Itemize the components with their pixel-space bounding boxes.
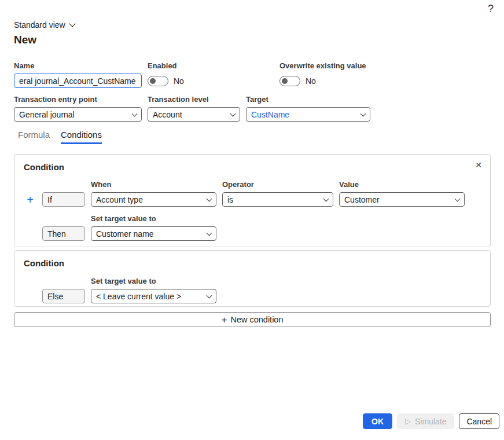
play-icon: ▷ xyxy=(405,417,411,425)
keyword-if: If xyxy=(42,192,85,207)
when-label: When xyxy=(91,180,216,189)
keyword-else: Else xyxy=(42,289,85,303)
form-row-1: Name Enabled No Overwrite existing value… xyxy=(14,61,366,88)
value-label: Value xyxy=(339,180,465,189)
set-target-value: Customer name xyxy=(96,229,154,239)
tab-bar: Formula Conditions xyxy=(18,130,102,144)
level-field-group: Transaction level Account xyxy=(148,95,240,122)
simulate-button[interactable]: ▷ Simulate xyxy=(397,413,454,429)
add-row-icon[interactable]: + xyxy=(27,194,34,206)
toggle-knob-icon xyxy=(282,78,288,84)
set-target-dropdown[interactable]: Customer name xyxy=(91,226,216,241)
condition-title: Condition xyxy=(24,258,481,269)
condition-title: Condition xyxy=(24,162,481,173)
tab-conditions[interactable]: Conditions xyxy=(61,130,102,144)
target-field-group: Target CustName xyxy=(246,95,370,122)
level-value: Account xyxy=(153,110,182,119)
chevron-down-icon xyxy=(230,111,236,116)
cancel-button[interactable]: Cancel xyxy=(459,413,499,429)
overwrite-toggle[interactable] xyxy=(279,76,300,86)
plus-icon: + xyxy=(221,315,227,325)
simulate-label: Simulate xyxy=(415,417,446,426)
operator-dropdown[interactable]: is xyxy=(222,192,333,207)
new-condition-button[interactable]: + New condition xyxy=(14,312,491,327)
level-label: Transaction level xyxy=(148,95,240,104)
condition-else-row: Else Set target value to < Leave current… xyxy=(24,277,481,303)
entry-point-dropdown[interactable]: General journal xyxy=(14,107,142,122)
set-target-label: Set target value to xyxy=(91,214,216,223)
name-field-group: Name xyxy=(14,61,142,88)
name-label: Name xyxy=(14,61,142,71)
entry-point-value: General journal xyxy=(19,110,75,119)
target-value: CustName xyxy=(251,110,289,119)
enabled-field-group: Enabled No xyxy=(148,61,274,88)
condition-then-row: Then Set target value to Customer name xyxy=(24,214,481,241)
enabled-toggle[interactable] xyxy=(148,76,168,86)
help-icon[interactable]: ? xyxy=(488,3,494,15)
overwrite-state: No xyxy=(306,76,316,86)
view-selector[interactable]: Standard view xyxy=(14,20,75,30)
entry-point-label: Transaction entry point xyxy=(14,95,142,104)
ok-button[interactable]: OK xyxy=(363,413,392,429)
chevron-down-icon xyxy=(207,230,212,236)
enabled-label: Enabled xyxy=(148,61,274,71)
enabled-state: No xyxy=(174,76,184,86)
set-target-label: Set target value to xyxy=(91,277,216,286)
close-icon[interactable]: ✕ xyxy=(475,160,482,170)
when-value: Account type xyxy=(96,195,143,204)
chevron-down-icon xyxy=(132,111,138,116)
operator-value: is xyxy=(227,195,233,204)
keyword-then: Then xyxy=(42,226,85,241)
target-label: Target xyxy=(246,95,370,104)
condition-card-if: Condition ✕ + If When Account type Opera… xyxy=(14,154,491,247)
set-target-value: < Leave current value > xyxy=(96,292,181,301)
chevron-down-icon xyxy=(323,196,329,201)
value-value: Customer xyxy=(344,195,380,204)
footer-actions: OK ▷ Simulate Cancel xyxy=(363,413,499,429)
value-dropdown[interactable]: Customer xyxy=(339,192,465,207)
entry-point-field-group: Transaction entry point General journal xyxy=(14,95,142,122)
when-dropdown[interactable]: Account type xyxy=(91,192,216,207)
target-dropdown[interactable]: CustName xyxy=(246,107,370,122)
page-title: New xyxy=(14,34,36,46)
toggle-knob-icon xyxy=(150,78,156,84)
operator-label: Operator xyxy=(222,180,333,189)
condition-card-else: Condition Else Set target value to < Lea… xyxy=(14,250,491,307)
level-dropdown[interactable]: Account xyxy=(148,107,240,122)
chevron-down-icon xyxy=(207,196,212,201)
condition-if-row: + If When Account type Operator is xyxy=(24,180,481,207)
tab-formula[interactable]: Formula xyxy=(18,130,50,144)
overwrite-label: Overwrite existing value xyxy=(279,61,366,71)
name-input[interactable] xyxy=(14,74,142,88)
chevron-down-icon xyxy=(455,196,461,201)
chevron-down-icon xyxy=(360,111,366,116)
dialog-new-rule: ? Standard view New Name Enabled No Over… xyxy=(0,0,504,440)
chevron-down-icon xyxy=(207,292,212,298)
new-condition-label: New condition xyxy=(230,315,283,324)
view-selector-label: Standard view xyxy=(14,20,65,30)
set-target-dropdown[interactable]: < Leave current value > xyxy=(91,289,216,303)
chevron-down-icon xyxy=(69,20,75,27)
overwrite-field-group: Overwrite existing value No xyxy=(279,61,366,88)
form-row-2: Transaction entry point General journal … xyxy=(14,95,370,122)
